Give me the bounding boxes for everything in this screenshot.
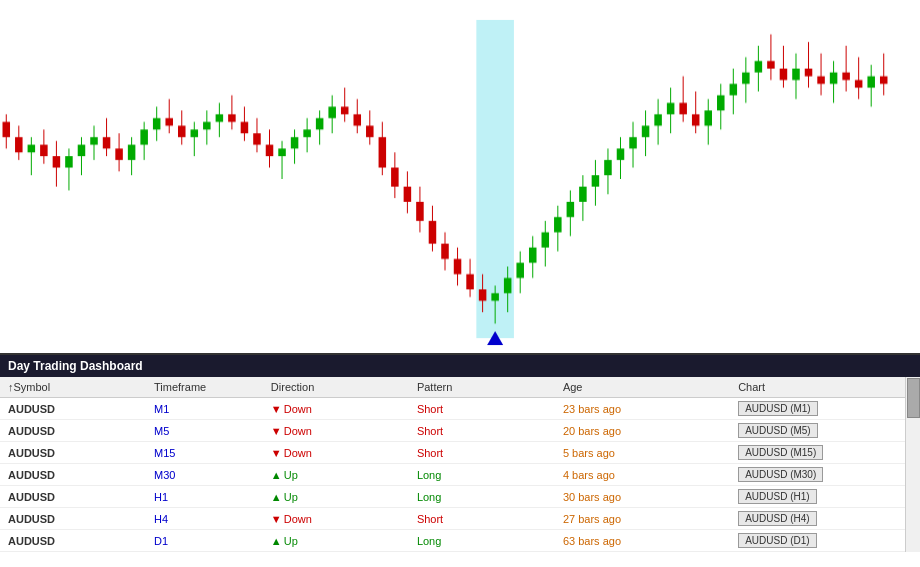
scrollbar[interactable]	[905, 377, 920, 552]
cell-direction: ▲Up	[263, 486, 409, 508]
cell-timeframe: D1	[146, 530, 263, 552]
cell-chart[interactable]: AUDUSD (M5)	[730, 420, 920, 442]
up-arrow-icon: ▲	[271, 535, 282, 547]
down-arrow-icon: ▼	[271, 425, 282, 437]
cell-timeframe: M30	[146, 464, 263, 486]
down-arrow-icon: ▼	[271, 447, 282, 459]
cell-symbol: AUDUSD	[0, 486, 146, 508]
cell-pattern: Long	[409, 530, 555, 552]
table-wrapper: ↑Symbol Timeframe Direction Pattern Age …	[0, 377, 920, 552]
dashboard-title: Day Trading Dashboard	[8, 359, 143, 373]
cell-timeframe: H1	[146, 486, 263, 508]
col-header-age: Age	[555, 377, 730, 398]
cell-symbol: AUDUSD	[0, 442, 146, 464]
cell-age: 4 bars ago	[555, 464, 730, 486]
cell-pattern: Short	[409, 508, 555, 530]
cell-direction: ▲Up	[263, 530, 409, 552]
table-row: AUDUSD M30 ▲Up Long 4 bars ago AUDUSD (M…	[0, 464, 920, 486]
cell-symbol: AUDUSD	[0, 530, 146, 552]
cell-direction: ▲Up	[263, 464, 409, 486]
cell-chart[interactable]: AUDUSD (D1)	[730, 530, 920, 552]
col-header-pattern: Pattern	[409, 377, 555, 398]
cell-pattern: Long	[409, 464, 555, 486]
cell-chart[interactable]: AUDUSD (H4)	[730, 508, 920, 530]
table-row: AUDUSD D1 ▲Up Long 63 bars ago AUDUSD (D…	[0, 530, 920, 552]
cell-pattern: Short	[409, 420, 555, 442]
table-header-row: ↑Symbol Timeframe Direction Pattern Age …	[0, 377, 920, 398]
up-arrow-icon: ▲	[271, 469, 282, 481]
cell-age: 20 bars ago	[555, 420, 730, 442]
cell-direction: ▼Down	[263, 442, 409, 464]
cell-chart[interactable]: AUDUSD (M30)	[730, 464, 920, 486]
data-table: ↑Symbol Timeframe Direction Pattern Age …	[0, 377, 920, 552]
cell-timeframe: M15	[146, 442, 263, 464]
cell-chart[interactable]: AUDUSD (M15)	[730, 442, 920, 464]
cell-timeframe: M1	[146, 398, 263, 420]
dashboard-header: Day Trading Dashboard	[0, 355, 920, 377]
cell-age: 23 bars ago	[555, 398, 730, 420]
cell-timeframe: M5	[146, 420, 263, 442]
cell-age: 5 bars ago	[555, 442, 730, 464]
col-header-chart: Chart	[730, 377, 920, 398]
cell-symbol: AUDUSD	[0, 398, 146, 420]
chart-button[interactable]: AUDUSD (D1)	[738, 533, 816, 548]
down-arrow-icon: ▼	[271, 513, 282, 525]
table-row: AUDUSD M5 ▼Down Short 20 bars ago AUDUSD…	[0, 420, 920, 442]
cell-pattern: Short	[409, 442, 555, 464]
table-row: AUDUSD H1 ▲Up Long 30 bars ago AUDUSD (H…	[0, 486, 920, 508]
cell-chart[interactable]: AUDUSD (M1)	[730, 398, 920, 420]
chart-button[interactable]: AUDUSD (M15)	[738, 445, 823, 460]
col-header-direction: Direction	[263, 377, 409, 398]
cell-chart[interactable]: AUDUSD (H1)	[730, 486, 920, 508]
candlestick-chart	[0, 0, 920, 353]
table-body: AUDUSD M1 ▼Down Short 23 bars ago AUDUSD…	[0, 398, 920, 552]
table-row: AUDUSD M1 ▼Down Short 23 bars ago AUDUSD…	[0, 398, 920, 420]
chart-area: AUDUSD,Daily 0.75595 0.75764 0.75369 0.7…	[0, 0, 920, 355]
scrollbar-thumb[interactable]	[907, 378, 920, 418]
cell-age: 30 bars ago	[555, 486, 730, 508]
chart-button[interactable]: AUDUSD (H1)	[738, 489, 816, 504]
cell-timeframe: H4	[146, 508, 263, 530]
cell-age: 63 bars ago	[555, 530, 730, 552]
cell-pattern: Short	[409, 398, 555, 420]
cell-direction: ▼Down	[263, 420, 409, 442]
col-header-timeframe: Timeframe	[146, 377, 263, 398]
chart-button[interactable]: AUDUSD (H4)	[738, 511, 816, 526]
cell-pattern: Long	[409, 486, 555, 508]
cell-direction: ▼Down	[263, 398, 409, 420]
cell-age: 27 bars ago	[555, 508, 730, 530]
table-row: AUDUSD M15 ▼Down Short 5 bars ago AUDUSD…	[0, 442, 920, 464]
cell-symbol: AUDUSD	[0, 508, 146, 530]
chart-button[interactable]: AUDUSD (M5)	[738, 423, 818, 438]
col-header-symbol: ↑Symbol	[0, 377, 146, 398]
chart-button[interactable]: AUDUSD (M1)	[738, 401, 818, 416]
down-arrow-icon: ▼	[271, 403, 282, 415]
up-arrow-icon: ▲	[271, 491, 282, 503]
table-row: AUDUSD H4 ▼Down Short 27 bars ago AUDUSD…	[0, 508, 920, 530]
cell-symbol: AUDUSD	[0, 464, 146, 486]
cell-direction: ▼Down	[263, 508, 409, 530]
cell-symbol: AUDUSD	[0, 420, 146, 442]
chart-button[interactable]: AUDUSD (M30)	[738, 467, 823, 482]
